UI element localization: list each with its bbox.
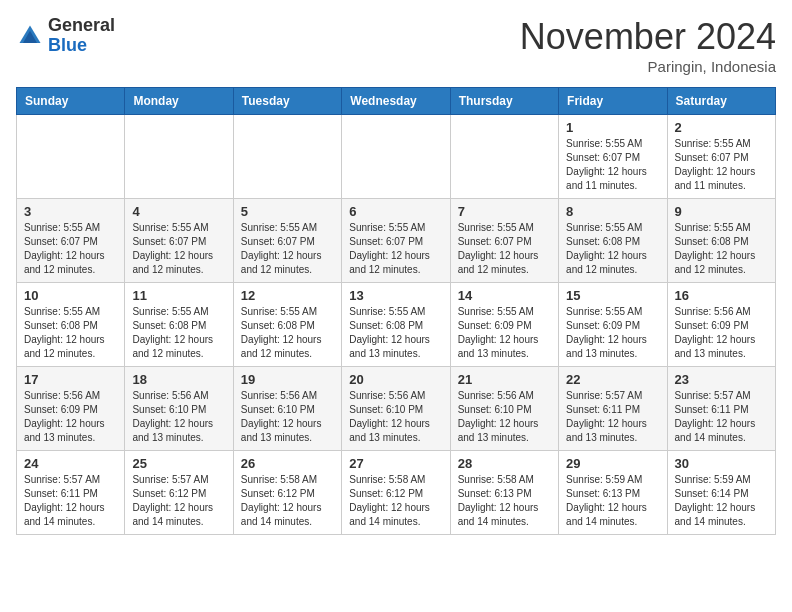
day-info: Sunrise: 5:55 AMSunset: 6:08 PMDaylight:… (24, 305, 117, 361)
week-row-4: 17Sunrise: 5:56 AMSunset: 6:09 PMDayligh… (17, 367, 776, 451)
page-header: General Blue November 2024 Paringin, Ind… (16, 16, 776, 75)
day-number: 24 (24, 456, 117, 471)
day-number: 11 (132, 288, 225, 303)
day-info: Sunrise: 5:55 AMSunset: 6:07 PMDaylight:… (349, 221, 442, 277)
day-info: Sunrise: 5:55 AMSunset: 6:07 PMDaylight:… (566, 137, 659, 193)
day-info: Sunrise: 5:58 AMSunset: 6:12 PMDaylight:… (349, 473, 442, 529)
week-row-1: 1Sunrise: 5:55 AMSunset: 6:07 PMDaylight… (17, 115, 776, 199)
day-cell: 12Sunrise: 5:55 AMSunset: 6:08 PMDayligh… (233, 283, 341, 367)
day-cell: 4Sunrise: 5:55 AMSunset: 6:07 PMDaylight… (125, 199, 233, 283)
day-number: 13 (349, 288, 442, 303)
day-info: Sunrise: 5:55 AMSunset: 6:07 PMDaylight:… (132, 221, 225, 277)
logo: General Blue (16, 16, 115, 56)
day-cell: 7Sunrise: 5:55 AMSunset: 6:07 PMDaylight… (450, 199, 558, 283)
day-cell: 2Sunrise: 5:55 AMSunset: 6:07 PMDaylight… (667, 115, 775, 199)
day-number: 2 (675, 120, 768, 135)
day-cell: 25Sunrise: 5:57 AMSunset: 6:12 PMDayligh… (125, 451, 233, 535)
location: Paringin, Indonesia (520, 58, 776, 75)
day-number: 25 (132, 456, 225, 471)
day-number: 17 (24, 372, 117, 387)
day-info: Sunrise: 5:55 AMSunset: 6:08 PMDaylight:… (132, 305, 225, 361)
day-number: 20 (349, 372, 442, 387)
weekday-header-monday: Monday (125, 88, 233, 115)
day-info: Sunrise: 5:55 AMSunset: 6:07 PMDaylight:… (675, 137, 768, 193)
day-info: Sunrise: 5:57 AMSunset: 6:11 PMDaylight:… (675, 389, 768, 445)
day-number: 16 (675, 288, 768, 303)
day-cell: 19Sunrise: 5:56 AMSunset: 6:10 PMDayligh… (233, 367, 341, 451)
day-number: 5 (241, 204, 334, 219)
weekday-header-wednesday: Wednesday (342, 88, 450, 115)
weekday-header-thursday: Thursday (450, 88, 558, 115)
day-cell: 16Sunrise: 5:56 AMSunset: 6:09 PMDayligh… (667, 283, 775, 367)
day-cell (125, 115, 233, 199)
day-info: Sunrise: 5:55 AMSunset: 6:08 PMDaylight:… (566, 221, 659, 277)
day-number: 22 (566, 372, 659, 387)
day-info: Sunrise: 5:55 AMSunset: 6:08 PMDaylight:… (241, 305, 334, 361)
day-info: Sunrise: 5:56 AMSunset: 6:10 PMDaylight:… (132, 389, 225, 445)
day-number: 30 (675, 456, 768, 471)
weekday-header-saturday: Saturday (667, 88, 775, 115)
day-info: Sunrise: 5:57 AMSunset: 6:11 PMDaylight:… (566, 389, 659, 445)
day-number: 12 (241, 288, 334, 303)
day-number: 3 (24, 204, 117, 219)
day-cell: 1Sunrise: 5:55 AMSunset: 6:07 PMDaylight… (559, 115, 667, 199)
day-number: 10 (24, 288, 117, 303)
day-number: 28 (458, 456, 551, 471)
day-cell: 29Sunrise: 5:59 AMSunset: 6:13 PMDayligh… (559, 451, 667, 535)
day-info: Sunrise: 5:57 AMSunset: 6:12 PMDaylight:… (132, 473, 225, 529)
day-cell (17, 115, 125, 199)
weekday-header-tuesday: Tuesday (233, 88, 341, 115)
week-row-3: 10Sunrise: 5:55 AMSunset: 6:08 PMDayligh… (17, 283, 776, 367)
day-cell (233, 115, 341, 199)
day-cell: 27Sunrise: 5:58 AMSunset: 6:12 PMDayligh… (342, 451, 450, 535)
day-cell: 8Sunrise: 5:55 AMSunset: 6:08 PMDaylight… (559, 199, 667, 283)
day-number: 1 (566, 120, 659, 135)
day-cell: 18Sunrise: 5:56 AMSunset: 6:10 PMDayligh… (125, 367, 233, 451)
day-info: Sunrise: 5:59 AMSunset: 6:14 PMDaylight:… (675, 473, 768, 529)
day-cell: 6Sunrise: 5:55 AMSunset: 6:07 PMDaylight… (342, 199, 450, 283)
day-info: Sunrise: 5:55 AMSunset: 6:07 PMDaylight:… (458, 221, 551, 277)
title-area: November 2024 Paringin, Indonesia (520, 16, 776, 75)
day-number: 18 (132, 372, 225, 387)
day-cell (450, 115, 558, 199)
day-info: Sunrise: 5:58 AMSunset: 6:12 PMDaylight:… (241, 473, 334, 529)
day-info: Sunrise: 5:57 AMSunset: 6:11 PMDaylight:… (24, 473, 117, 529)
day-info: Sunrise: 5:55 AMSunset: 6:09 PMDaylight:… (458, 305, 551, 361)
day-cell: 28Sunrise: 5:58 AMSunset: 6:13 PMDayligh… (450, 451, 558, 535)
day-number: 9 (675, 204, 768, 219)
logo-icon (16, 22, 44, 50)
day-number: 29 (566, 456, 659, 471)
day-number: 4 (132, 204, 225, 219)
day-info: Sunrise: 5:58 AMSunset: 6:13 PMDaylight:… (458, 473, 551, 529)
day-number: 7 (458, 204, 551, 219)
weekday-header-sunday: Sunday (17, 88, 125, 115)
day-info: Sunrise: 5:56 AMSunset: 6:09 PMDaylight:… (24, 389, 117, 445)
day-number: 19 (241, 372, 334, 387)
day-number: 8 (566, 204, 659, 219)
day-info: Sunrise: 5:56 AMSunset: 6:10 PMDaylight:… (241, 389, 334, 445)
day-info: Sunrise: 5:56 AMSunset: 6:09 PMDaylight:… (675, 305, 768, 361)
day-cell: 22Sunrise: 5:57 AMSunset: 6:11 PMDayligh… (559, 367, 667, 451)
day-info: Sunrise: 5:55 AMSunset: 6:07 PMDaylight:… (241, 221, 334, 277)
day-cell: 9Sunrise: 5:55 AMSunset: 6:08 PMDaylight… (667, 199, 775, 283)
day-number: 15 (566, 288, 659, 303)
weekday-header-friday: Friday (559, 88, 667, 115)
day-cell: 20Sunrise: 5:56 AMSunset: 6:10 PMDayligh… (342, 367, 450, 451)
week-row-5: 24Sunrise: 5:57 AMSunset: 6:11 PMDayligh… (17, 451, 776, 535)
month-title: November 2024 (520, 16, 776, 58)
day-cell: 17Sunrise: 5:56 AMSunset: 6:09 PMDayligh… (17, 367, 125, 451)
day-number: 23 (675, 372, 768, 387)
weekday-header-row: SundayMondayTuesdayWednesdayThursdayFrid… (17, 88, 776, 115)
day-info: Sunrise: 5:55 AMSunset: 6:07 PMDaylight:… (24, 221, 117, 277)
day-cell: 14Sunrise: 5:55 AMSunset: 6:09 PMDayligh… (450, 283, 558, 367)
day-info: Sunrise: 5:59 AMSunset: 6:13 PMDaylight:… (566, 473, 659, 529)
day-cell: 15Sunrise: 5:55 AMSunset: 6:09 PMDayligh… (559, 283, 667, 367)
day-cell: 10Sunrise: 5:55 AMSunset: 6:08 PMDayligh… (17, 283, 125, 367)
logo-text: General Blue (48, 16, 115, 56)
day-cell (342, 115, 450, 199)
week-row-2: 3Sunrise: 5:55 AMSunset: 6:07 PMDaylight… (17, 199, 776, 283)
day-info: Sunrise: 5:55 AMSunset: 6:08 PMDaylight:… (349, 305, 442, 361)
day-number: 14 (458, 288, 551, 303)
day-cell: 21Sunrise: 5:56 AMSunset: 6:10 PMDayligh… (450, 367, 558, 451)
day-cell: 24Sunrise: 5:57 AMSunset: 6:11 PMDayligh… (17, 451, 125, 535)
